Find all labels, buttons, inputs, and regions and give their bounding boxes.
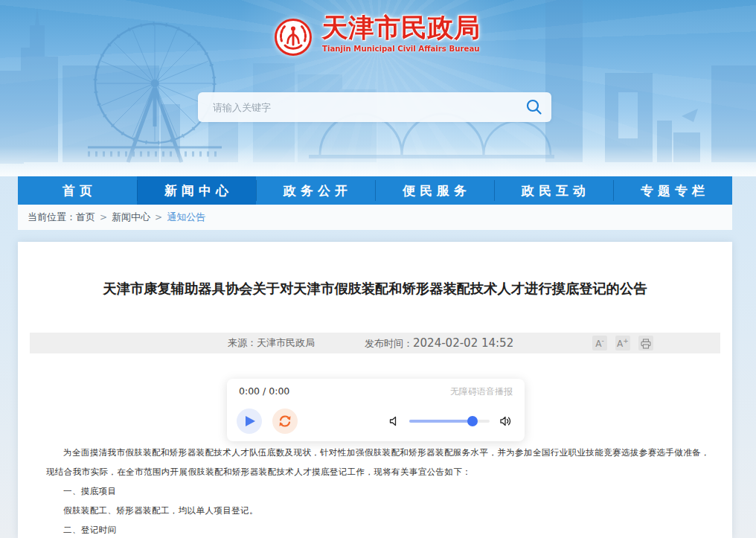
article-publish-time: 发布时间：2024-02-02 14:52 bbox=[365, 333, 513, 354]
search-bar bbox=[198, 92, 551, 122]
nav-item-gov-info[interactable]: 政务公开 bbox=[256, 176, 375, 205]
breadcrumb-link-notices[interactable]: 通知公告 bbox=[167, 211, 205, 224]
site-title: 天津市民政局 bbox=[322, 12, 483, 43]
volume-slider[interactable] bbox=[409, 420, 490, 423]
player-caption: 无障碍语音播报 bbox=[450, 385, 513, 398]
article-paragraph-1: 为全面摸清我市假肢装配和矫形器装配技术人才队伍底数及现状，针对性加强假肢装配和矫… bbox=[46, 443, 710, 481]
breadcrumb-link-news-center[interactable]: 新闻中心 bbox=[112, 211, 150, 224]
search-input[interactable] bbox=[198, 92, 517, 122]
breadcrumb-link-home[interactable]: 首页 bbox=[76, 211, 95, 224]
nav-item-public-services[interactable]: 便民服务 bbox=[375, 176, 494, 205]
breadcrumb-items: 首页>新闻中心>通知公告 bbox=[76, 211, 205, 224]
breadcrumb: 当前位置： 首页>新闻中心>通知公告 bbox=[18, 205, 732, 230]
volume-slider-fill bbox=[409, 420, 472, 423]
nav-item-special-topics[interactable]: 专题专栏 bbox=[613, 176, 732, 205]
breadcrumb-label: 当前位置： bbox=[28, 211, 76, 224]
site-logo: 天津市民政局 Tianjin Municipal Civil Affairs B… bbox=[0, 12, 756, 57]
article-meta-bar: 来源：天津市民政局 发布时间：2024-02-02 14:52 A- A+ bbox=[30, 333, 720, 353]
font-increase-button[interactable]: A+ bbox=[615, 336, 630, 350]
search-button[interactable] bbox=[517, 92, 551, 122]
article-paragraph-3: 假肢装配工、矫形器装配工，均以单人项目登记。 bbox=[46, 501, 710, 520]
nav-item-news-center[interactable]: 新闻中心 bbox=[137, 176, 256, 205]
article-title: 天津市康复辅助器具协会关于对天津市假肢装配和矫形器装配技术人才进行摸底登记的公告 bbox=[48, 279, 702, 298]
article-source: 来源：天津市民政局 bbox=[228, 333, 315, 353]
article-paragraph-2: 一、摸底项目 bbox=[46, 481, 710, 501]
nav-item-public-interaction[interactable]: 政民互动 bbox=[494, 176, 613, 205]
site-title-english: Tianjin Municipal Civil Affairs Bureau bbox=[322, 44, 478, 53]
breadcrumb-separator: > bbox=[100, 212, 107, 222]
article-content: 天津市康复辅助器具协会关于对天津市假肢装配和矫形器装配技术人才进行摸底登记的公告… bbox=[18, 242, 732, 538]
volume-loud-icon[interactable] bbox=[499, 414, 513, 428]
main-nav: 首页新闻中心政务公开便民服务政民互动专题专栏 bbox=[18, 176, 732, 205]
play-icon bbox=[246, 416, 255, 426]
site-header: 天津市民政局 Tianjin Municipal Civil Affairs B… bbox=[0, 0, 756, 176]
breadcrumb-separator: > bbox=[155, 212, 162, 222]
article-body: 为全面摸清我市假肢装配和矫形器装配技术人才队伍底数及现状，针对性加强假肢装配和矫… bbox=[46, 443, 710, 538]
audio-player: 0:00 / 0:00 无障碍语音播报 bbox=[227, 379, 525, 441]
article-paragraph-4: 二、登记时间 bbox=[46, 520, 710, 538]
search-icon bbox=[525, 98, 543, 116]
civil-affairs-emblem-icon bbox=[274, 18, 313, 57]
nav-item-home[interactable]: 首页 bbox=[18, 176, 137, 205]
print-button[interactable] bbox=[638, 336, 653, 350]
volume-slider-thumb[interactable] bbox=[467, 416, 478, 426]
replay-button[interactable] bbox=[272, 409, 298, 434]
page: 天津市民政局 Tianjin Municipal Civil Affairs B… bbox=[0, 0, 756, 538]
print-icon bbox=[641, 339, 651, 349]
font-decrease-button[interactable]: A- bbox=[592, 336, 607, 350]
volume-mute-icon[interactable] bbox=[388, 415, 400, 427]
replay-icon bbox=[278, 414, 292, 429]
player-time: 0:00 / 0:00 bbox=[239, 385, 289, 398]
play-button[interactable] bbox=[237, 409, 262, 434]
